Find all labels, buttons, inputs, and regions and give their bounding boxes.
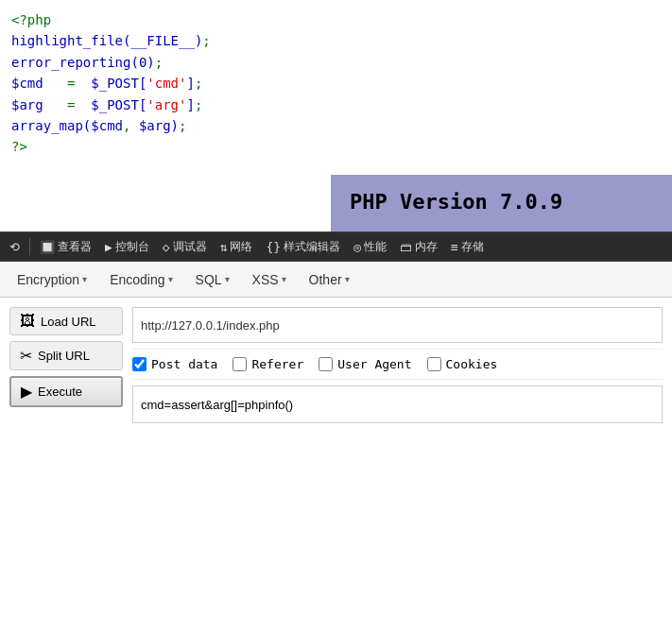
devtools-toolbar: ⟲ 🔲 查看器 ▶ 控制台 ◇ 调试器 ⇅ 网络 {} 样式编辑器 ◎ 性能 🗃… — [0, 231, 672, 262]
chevron-down-icon: ▾ — [168, 274, 173, 284]
toolbar-storage-label: 存储 — [461, 239, 484, 255]
menu-xss-label: XSS — [252, 272, 279, 287]
url-input[interactable] — [132, 307, 663, 343]
menu-encryption[interactable]: Encryption ▾ — [8, 268, 96, 291]
chevron-down-icon: ▾ — [225, 274, 230, 284]
menu-encryption-label: Encryption — [17, 272, 79, 287]
storage-icon: ≡ — [451, 240, 458, 254]
split-url-button[interactable]: ✂ Split URL — [9, 341, 123, 370]
menu-encoding-label: Encoding — [110, 272, 164, 287]
menu-other[interactable]: Other ▾ — [300, 268, 359, 291]
cb-user-agent-label: User Agent — [337, 357, 411, 371]
style-icon: {} — [266, 240, 281, 254]
toolbar-inspector-label: 查看器 — [58, 239, 92, 255]
menu-encoding[interactable]: Encoding ▾ — [100, 268, 181, 291]
cb-referer-container: Referer — [233, 357, 303, 371]
cb-cookies-container: Cookies — [427, 357, 498, 371]
cb-user-agent-container: User Agent — [319, 357, 411, 371]
toolbar-console-label: 控制台 — [115, 239, 149, 255]
url-area: Post dataRefererUser AgentCookies — [132, 307, 663, 423]
cb-cookies[interactable] — [427, 357, 441, 371]
toolbar-memory-label: 内存 — [415, 239, 438, 255]
code-block: <?phphighlight_file(__FILE__);error_repo… — [0, 0, 672, 175]
tool-area: 🖼 Load URL ✂ Split URL ▶ Execute Post da… — [0, 298, 672, 433]
toolbar-style[interactable]: {} 样式编辑器 — [262, 237, 344, 257]
memory-icon: 🗃 — [400, 240, 412, 254]
cb-post-data[interactable] — [132, 357, 146, 371]
menu-sql-label: SQL — [196, 272, 222, 287]
split-url-icon: ✂ — [20, 347, 32, 365]
chevron-down-icon: ▾ — [282, 274, 286, 284]
network-icon: ⇅ — [220, 240, 228, 254]
chevron-down-icon: ▾ — [345, 274, 350, 284]
load-url-button[interactable]: 🖼 Load URL — [9, 307, 123, 335]
perf-icon: ◎ — [353, 240, 361, 254]
cb-referer[interactable] — [233, 357, 247, 371]
checkbox-row: Post dataRefererUser AgentCookies — [132, 349, 663, 380]
toolbar-network-label: 网络 — [230, 239, 252, 255]
toolbar-divider — [29, 238, 30, 255]
toolbar-debugger-label: 调试器 — [173, 239, 207, 255]
menu-sql[interactable]: SQL ▾ — [186, 268, 239, 291]
toolbar-style-label: 样式编辑器 — [284, 239, 340, 255]
debugger-icon: ◇ — [163, 240, 170, 254]
toolbar-storage[interactable]: ≡ 存储 — [447, 237, 488, 257]
toolbar-console[interactable]: ▶ 控制台 — [101, 237, 153, 257]
cb-cookies-label: Cookies — [446, 357, 498, 371]
toolbar-inspector[interactable]: 🔲 查看器 — [36, 237, 95, 257]
execute-label: Execute — [38, 385, 82, 399]
load-url-label: Load URL — [41, 315, 96, 329]
back-icon: ⟲ — [9, 240, 20, 254]
menu-bar: Encryption ▾ Encoding ▾ SQL ▾ XSS ▾ Othe… — [0, 262, 672, 298]
action-buttons: 🖼 Load URL ✂ Split URL ▶ Execute — [9, 307, 123, 407]
execute-icon: ▶ — [21, 383, 32, 401]
toolbar-perf-label: 性能 — [364, 239, 387, 255]
inspector-icon: 🔲 — [40, 240, 55, 254]
toolbar-debugger[interactable]: ◇ 调试器 — [159, 237, 211, 257]
cb-post-data-container: Post data — [132, 357, 217, 371]
toolbar-network[interactable]: ⇅ 网络 — [216, 237, 257, 257]
load-url-icon: 🖼 — [20, 313, 35, 330]
menu-xss[interactable]: XSS ▾ — [243, 268, 296, 291]
toolbar-back[interactable]: ⟲ — [6, 238, 24, 256]
toolbar-memory[interactable]: 🗃 内存 — [396, 237, 441, 257]
console-icon: ▶ — [105, 240, 112, 254]
split-url-label: Split URL — [38, 349, 90, 363]
execute-button[interactable]: ▶ Execute — [9, 376, 123, 407]
menu-other-label: Other — [309, 272, 342, 287]
data-input[interactable] — [132, 385, 663, 423]
cb-post-data-label: Post data — [151, 357, 217, 371]
toolbar-perf[interactable]: ◎ 性能 — [350, 237, 390, 257]
chevron-down-icon: ▾ — [82, 274, 87, 284]
cb-user-agent[interactable] — [319, 357, 333, 371]
php-banner: PHP Version 7.0.9 — [331, 175, 672, 231]
cb-referer-label: Referer — [251, 357, 303, 371]
